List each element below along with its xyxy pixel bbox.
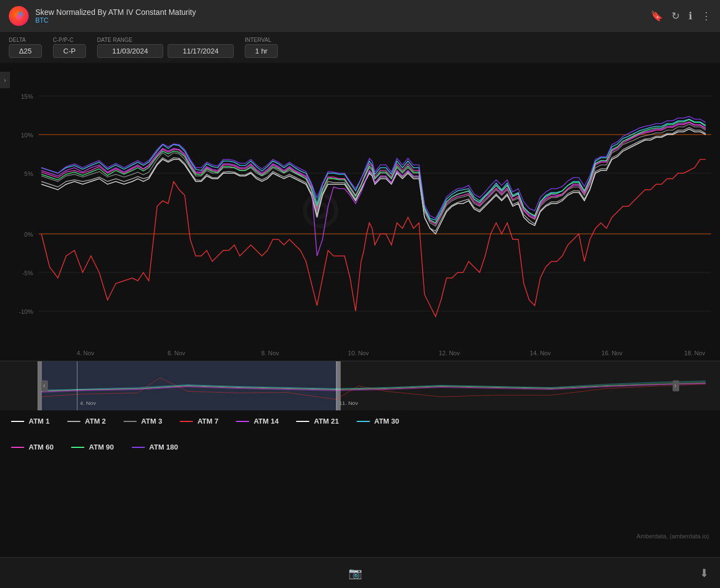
- header: Skew Normalized By ATM IV Constant Matur…: [0, 0, 720, 32]
- navigator-svg: 4. Nov 11. Nov ‹ ›: [0, 361, 720, 410]
- download-icon[interactable]: ⬇: [700, 566, 709, 580]
- date-range-label: Date Range: [97, 37, 234, 43]
- attribution: Amberdata, (amberdata.io): [637, 533, 709, 539]
- svg-text:14. Nov: 14. Nov: [530, 350, 551, 356]
- svg-text:8. Nov: 8. Nov: [261, 350, 279, 356]
- refresh-icon[interactable]: ↻: [671, 10, 680, 22]
- cp-value[interactable]: C-P: [53, 44, 86, 58]
- svg-text:10%: 10%: [21, 132, 33, 138]
- interval-label: Interval: [245, 37, 278, 43]
- header-actions: 🔖 ↻ ℹ ⋮: [651, 10, 711, 22]
- svg-text:-5%: -5%: [22, 270, 33, 276]
- svg-text:4. Nov: 4. Nov: [77, 350, 94, 356]
- svg-text:12. Nov: 12. Nov: [439, 350, 460, 356]
- delta-value[interactable]: Δ25: [9, 44, 42, 58]
- atm90-line: [71, 447, 84, 448]
- atm1-label: ATM 1: [29, 417, 50, 425]
- svg-text:10. Nov: 10. Nov: [348, 350, 369, 356]
- interval-control: Interval 1 hr: [245, 37, 278, 58]
- header-left: Skew Normalized By ATM IV Constant Matur…: [9, 6, 196, 26]
- main-chart: ◎ 15% 10% 5% 0% -5% -10% 4. Nov 6. Nov 8…: [0, 63, 720, 361]
- svg-rect-3: [0, 63, 720, 361]
- chart-title: Skew Normalized By ATM IV Constant Matur…: [35, 8, 196, 17]
- legend-atm90: ATM 90: [71, 443, 114, 451]
- atm90-label: ATM 90: [89, 443, 114, 451]
- legend-atm2: ATM 2: [67, 417, 106, 425]
- atm7-line: [180, 421, 193, 422]
- atm7-label: ATM 7: [197, 417, 218, 425]
- legend-atm60: ATM 60: [11, 443, 53, 451]
- atm14-label: ATM 14: [254, 417, 278, 425]
- more-icon[interactable]: ⋮: [701, 10, 711, 22]
- legend-atm14: ATM 14: [236, 417, 278, 425]
- svg-text:›: ›: [674, 382, 676, 390]
- delta-control: Delta Δ25: [9, 37, 42, 58]
- atm60-line: [11, 447, 24, 448]
- interval-value[interactable]: 1 hr: [245, 44, 278, 58]
- app-logo: [9, 6, 29, 26]
- atm2-line: [67, 421, 80, 422]
- atm1-line: [11, 421, 24, 422]
- delta-label: Delta: [9, 37, 42, 43]
- atm30-label: ATM 30: [374, 417, 399, 425]
- sidebar-toggle[interactable]: ›: [0, 72, 10, 88]
- atm180-line: [132, 447, 145, 448]
- atm21-label: ATM 21: [314, 417, 338, 425]
- svg-text:18. Nov: 18. Nov: [684, 350, 705, 356]
- svg-text:6. Nov: 6. Nov: [168, 350, 185, 356]
- svg-text:5%: 5%: [24, 170, 33, 177]
- cp-control: C-P/P-C C-P: [53, 37, 86, 58]
- svg-text:4. Nov: 4. Nov: [80, 400, 96, 406]
- footer: 📷 ⬇: [0, 557, 720, 588]
- camera-icon[interactable]: 📷: [348, 566, 362, 580]
- svg-text:15%: 15%: [21, 93, 33, 100]
- legend-atm7: ATM 7: [180, 417, 218, 425]
- svg-text:‹: ‹: [43, 382, 45, 390]
- cp-label: C-P/P-C: [53, 37, 86, 43]
- legend-atm1: ATM 1: [11, 417, 50, 425]
- controls-bar: Delta Δ25 C-P/P-C C-P Date Range 11/03/2…: [0, 32, 720, 63]
- info-icon[interactable]: ℹ: [689, 10, 692, 22]
- atm60-label: ATM 60: [29, 443, 53, 451]
- legend-atm21: ATM 21: [296, 417, 338, 425]
- atm3-label: ATM 3: [141, 417, 162, 425]
- svg-text:0%: 0%: [24, 231, 33, 238]
- atm21-line: [296, 421, 309, 422]
- atm180-label: ATM 180: [149, 443, 179, 451]
- chart-svg: ◎ 15% 10% 5% 0% -5% -10% 4. Nov 6. Nov 8…: [0, 63, 720, 361]
- atm2-label: ATM 2: [85, 417, 106, 425]
- date-to-input[interactable]: 11/17/2024: [168, 44, 234, 58]
- bookmark-icon[interactable]: 🔖: [651, 10, 663, 22]
- header-title-block: Skew Normalized By ATM IV Constant Matur…: [35, 8, 196, 24]
- legend-atm30: ATM 30: [357, 417, 399, 425]
- navigator: 4. Nov 11. Nov ‹ ›: [0, 361, 720, 410]
- legend: ATM 1 ATM 2 ATM 3 ATM 7 ATM 14 ATM 21 AT…: [0, 410, 720, 456]
- atm3-line: [123, 421, 137, 422]
- date-range-control: Date Range 11/03/2024 11/17/2024: [97, 37, 234, 58]
- svg-rect-27: [37, 361, 42, 410]
- atm30-line: [357, 421, 370, 422]
- svg-text:16. Nov: 16. Nov: [601, 350, 622, 356]
- svg-text:-10%: -10%: [19, 308, 33, 315]
- svg-point-2: [16, 14, 22, 20]
- legend-atm180: ATM 180: [132, 443, 179, 451]
- date-from-input[interactable]: 11/03/2024: [97, 44, 163, 58]
- svg-text:11. Nov: 11. Nov: [339, 400, 358, 406]
- chart-subtitle: BTC: [35, 17, 196, 24]
- atm14-line: [236, 421, 249, 422]
- legend-atm3: ATM 3: [123, 417, 162, 425]
